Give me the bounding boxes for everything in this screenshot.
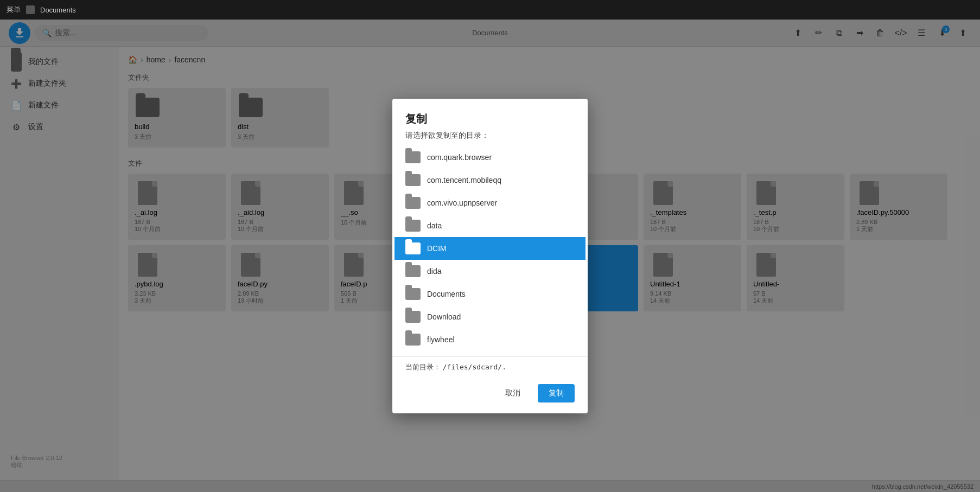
dir-item-download[interactable]: Download: [394, 305, 586, 328]
folder-icon: [405, 151, 421, 163]
dialog-directory-list[interactable]: com.quark.browser com.tencent.mobileqq c…: [394, 146, 586, 356]
folder-icon: [405, 288, 421, 300]
folder-icon: [405, 334, 421, 346]
menu-label[interactable]: 菜单: [7, 5, 21, 15]
dir-item-com-vivo-upnpserver[interactable]: com.vivo.upnpserver: [394, 191, 586, 214]
dialog-title: 复制: [392, 99, 588, 131]
cancel-button[interactable]: 取消: [494, 384, 531, 402]
folder-icon: [405, 311, 421, 323]
copy-dialog: 复制 请选择欲复制至的目录： com.quark.browser com.ten…: [392, 99, 588, 413]
dir-item-flywheel[interactable]: flywheel: [394, 328, 586, 351]
dir-item-data[interactable]: data: [394, 214, 586, 237]
dir-item-com-quark-browser[interactable]: com.quark.browser: [394, 146, 586, 169]
copy-confirm-button[interactable]: 复制: [538, 384, 575, 402]
app-icon: [26, 5, 35, 14]
dialog-overlay: 复制 请选择欲复制至的目录： com.quark.browser com.ten…: [0, 20, 980, 492]
dialog-current-dir: 当前目录： /files/sdcard/.: [392, 356, 588, 378]
folder-icon: [405, 174, 421, 186]
dir-item-dida[interactable]: dida: [394, 260, 586, 283]
folder-icon: [405, 242, 421, 254]
dir-item-dcim[interactable]: DCIM: [394, 237, 586, 260]
dir-item-com-tencent-mobileqq[interactable]: com.tencent.mobileqq: [394, 169, 586, 191]
dialog-subtitle: 请选择欲复制至的目录：: [392, 131, 588, 146]
folder-icon: [405, 197, 421, 209]
dir-item-documents[interactable]: Documents: [394, 283, 586, 305]
current-dir-path: /files/sdcard/.: [443, 363, 506, 371]
folder-icon: [405, 265, 421, 277]
dialog-actions: 取消 复制: [392, 378, 588, 413]
app-name: Documents: [40, 6, 76, 14]
folder-icon: [405, 220, 421, 232]
title-bar: 菜单 Documents: [0, 0, 980, 20]
current-dir-label: 当前目录：: [405, 363, 441, 371]
